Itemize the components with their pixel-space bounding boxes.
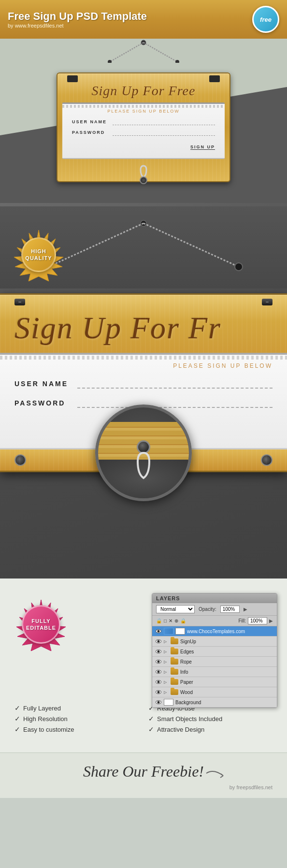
- layer-name: Wood: [180, 690, 274, 695]
- layers-panel-title: LAYERS: [152, 593, 277, 603]
- layers-controls: Normal Opacity: ▶: [152, 603, 277, 616]
- expand-arrow-icon[interactable]: ▷: [164, 660, 169, 664]
- feature-item: ✓ Fully Layered: [14, 704, 139, 712]
- layer-row[interactable]: ▷ Wood: [152, 687, 277, 697]
- screw-large-right: [261, 454, 273, 466]
- screw-loop-small: [139, 164, 148, 178]
- blend-mode-select[interactable]: Normal: [156, 605, 195, 613]
- please-sign-large: PLEASE SIGN UP BELOW: [14, 362, 273, 369]
- layer-eye-icon[interactable]: [155, 628, 162, 635]
- feature-label: Fully Layered: [23, 705, 61, 712]
- layer-row[interactable]: Background: [152, 697, 277, 708]
- footer-url: by freepsdfiles.net: [14, 784, 273, 790]
- layer-eye-icon[interactable]: [155, 668, 162, 675]
- svg-point-6: [175, 60, 179, 63]
- editable-badge-text: FULLY EDITABLE: [26, 618, 56, 632]
- signup-button-label-small: SIGN UP: [190, 145, 215, 150]
- layer-row[interactable]: www.ChocoTemplates.com: [152, 626, 277, 637]
- feature-item: ✓ High Resolution: [14, 715, 139, 723]
- large-sign-section: Sign Up For Fr PLEASE SIGN UP BELOW USER…: [0, 289, 287, 579]
- fill-arrow: ▶: [269, 618, 273, 623]
- layer-row[interactable]: ▷ Info: [152, 667, 277, 677]
- username-line-small[interactable]: [113, 118, 215, 125]
- quality-badge: HIGH QUALITY: [14, 231, 63, 279]
- layer-thumbnail: [164, 628, 173, 635]
- layer-row[interactable]: ▷ Rope: [152, 657, 277, 667]
- lock-checkbox-3[interactable]: ⊕: [174, 618, 178, 623]
- layer-name: Edges: [180, 649, 274, 654]
- folder-icon: [171, 649, 178, 654]
- folder-icon: [171, 638, 178, 644]
- layers-panel: LAYERS Normal Opacity: ▶ 🔒 □ ✕ ⊕ 🔒 Fill:…: [152, 593, 277, 708]
- feature-label: Smart Objects Included: [157, 715, 222, 723]
- badge-inner: HIGH QUALITY: [21, 237, 56, 272]
- feature-label: High Resolution: [23, 715, 68, 723]
- svg-line-4: [144, 43, 177, 62]
- expand-arrow-icon[interactable]: ▷: [164, 670, 169, 674]
- zoom-circle: [95, 405, 192, 501]
- check-icon: ✓: [14, 715, 20, 723]
- layer-eye-icon[interactable]: [155, 699, 162, 706]
- free-badge: free: [252, 6, 279, 33]
- password-row-small: PASSWORD: [72, 129, 215, 136]
- password-line-large[interactable]: [77, 398, 273, 408]
- expand-arrow-icon[interactable]: ▷: [164, 690, 169, 694]
- lock-icon: 🔒: [156, 618, 162, 623]
- editable-badge: FULLY EDITABLE: [14, 598, 68, 651]
- layer-eye-icon[interactable]: [155, 658, 162, 665]
- check-icon: ✓: [148, 715, 154, 723]
- share-text: Share Our Freebie!: [83, 763, 204, 781]
- username-line-large[interactable]: [77, 379, 273, 389]
- header-text: Free Sign Up PSD Template by www.freepsd…: [8, 10, 147, 29]
- editable-badge-wrap: FULLY EDITABLE: [14, 598, 68, 651]
- features-list: ✓ Fully Layered ✓ Ready-to-use ✓ High Re…: [14, 704, 273, 733]
- layer-name: Rope: [180, 659, 274, 665]
- layer-bg-thumb: [164, 699, 173, 706]
- lock-checkbox-2[interactable]: ✕: [169, 618, 172, 623]
- corner-screw-right: [262, 299, 273, 305]
- layer-mask: [175, 628, 185, 635]
- expand-arrow-icon[interactable]: ▷: [164, 650, 169, 654]
- layer-name: Paper: [180, 680, 274, 685]
- folder-icon: [171, 669, 178, 675]
- layer-eye-icon[interactable]: [155, 638, 162, 645]
- zoom-loop: [134, 451, 153, 480]
- layer-row[interactable]: ▷ Paper: [152, 677, 277, 687]
- username-row-small: USER NAME: [72, 118, 215, 125]
- password-label-large: PASSWORD: [14, 399, 77, 407]
- fill-value[interactable]: [248, 617, 267, 624]
- expand-arrow-icon[interactable]: ▷: [164, 639, 169, 644]
- feature-label: Easy to customize: [23, 726, 74, 733]
- username-label-small: USER NAME: [72, 119, 111, 124]
- corner-bracket-right: [209, 75, 220, 82]
- layer-row[interactable]: ▷ Edges: [152, 647, 277, 657]
- free-badge-text: free: [260, 16, 272, 23]
- lock-checkbox-1[interactable]: □: [164, 618, 167, 623]
- share-freebie-text: Share Our Freebie!: [83, 763, 204, 780]
- fill-label: Fill:: [238, 618, 246, 623]
- username-row-large: USER NAME: [14, 379, 273, 389]
- feature-item: ✓ Easy to customize: [14, 725, 139, 733]
- check-icon: ✓: [148, 725, 154, 733]
- expand-arrow-icon[interactable]: ▷: [164, 680, 169, 684]
- small-sign-section: Sign Up For Free PLEASE SIGN UP BELOW US…: [0, 39, 287, 206]
- layer-eye-icon[interactable]: [155, 648, 162, 655]
- layer-eye-icon[interactable]: [155, 689, 162, 695]
- quality-badge-section: HIGH QUALITY: [0, 206, 287, 289]
- features-list-container: ✓ Fully Layered ✓ Ready-to-use ✓ High Re…: [14, 704, 273, 733]
- username-label-large: USER NAME: [14, 380, 77, 388]
- layer-eye-icon[interactable]: [155, 679, 162, 685]
- arrow-icon: [204, 766, 228, 781]
- svg-line-9: [144, 223, 239, 267]
- opacity-value[interactable]: [220, 606, 240, 613]
- sign-title-small: Sign Up For Free: [57, 76, 230, 102]
- password-line-small[interactable]: [113, 129, 215, 136]
- lock-checkbox-4[interactable]: 🔒: [180, 618, 186, 623]
- signup-button-small[interactable]: SIGN UP: [72, 140, 215, 150]
- quality-badge-text: HIGH QUALITY: [25, 248, 52, 262]
- corner-screw-left: [14, 299, 25, 305]
- feature-item: ✓ Attractive Design: [148, 725, 273, 733]
- editable-inner: FULLY EDITABLE: [22, 605, 60, 644]
- layer-row[interactable]: ▷ SignUp: [152, 637, 277, 647]
- form-area-small: PLEASE SIGN UP BELOW USER NAME PASSWORD …: [62, 102, 225, 159]
